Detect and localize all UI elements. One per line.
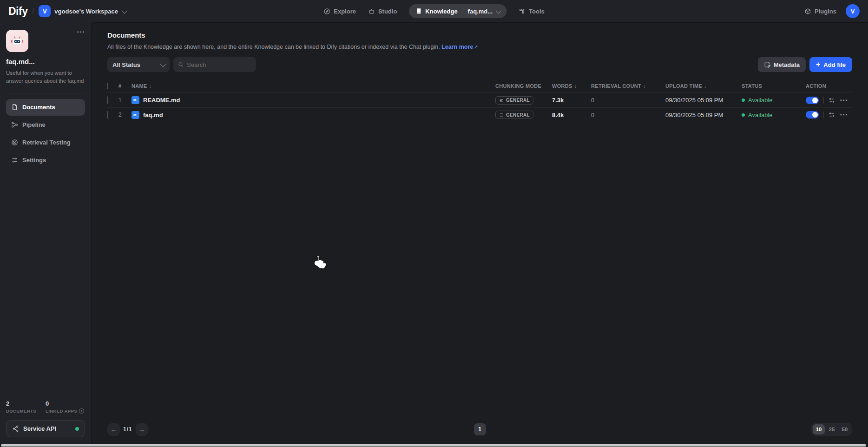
table-row: 1 M↓ README.md GENERAL 7.3k 0 09/30/2025… xyxy=(107,92,852,107)
page-size-10[interactable]: 10 xyxy=(813,424,825,434)
page-title: Documents xyxy=(107,31,852,39)
nav-plugins-label: Plugins xyxy=(815,8,836,15)
next-page-button[interactable]: → xyxy=(136,423,148,436)
status-dot-icon xyxy=(742,99,745,102)
column-retrieval-count[interactable]: RETRIEVAL COUNT xyxy=(591,83,665,89)
status-filter-dropdown[interactable]: All Status xyxy=(107,57,170,72)
sort-descending-icon xyxy=(572,83,577,89)
service-api-button[interactable]: Service API xyxy=(6,420,85,437)
words-count: 7.3k xyxy=(552,97,591,104)
markdown-file-icon: M↓ xyxy=(132,96,139,104)
markdown-file-icon: M↓ xyxy=(132,111,139,119)
workspace-selector[interactable]: V vgodsoe's Workspace xyxy=(39,5,126,17)
nav-tools[interactable]: Tools xyxy=(519,8,545,15)
page-size-50[interactable]: 50 xyxy=(839,424,851,434)
documents-table: # NAME CHUNKING MODE WORDS RETRIEVAL COU… xyxy=(107,79,852,122)
add-file-button[interactable]: + Add file xyxy=(809,57,852,72)
table-header-row: # NAME CHUNKING MODE WORDS RETRIEVAL COU… xyxy=(107,79,852,92)
search-input[interactable] xyxy=(187,61,251,68)
user-avatar[interactable]: V xyxy=(846,4,860,18)
filter-toolbar: All Status Metadata + Add file xyxy=(107,57,852,72)
sidebar-item-pipeline[interactable]: Pipeline xyxy=(6,117,85,133)
sidebar-item-label: Settings xyxy=(22,157,46,164)
plugins-icon xyxy=(804,8,811,15)
column-chunking-mode: CHUNKING MODE xyxy=(495,83,552,89)
metadata-button[interactable]: Metadata xyxy=(758,57,806,72)
table-row: 2 M↓ faq.md GENERAL 8.4k 0 09/30/2025 05… xyxy=(107,107,852,122)
row-checkbox[interactable] xyxy=(107,111,108,119)
nav-studio[interactable]: Studio xyxy=(368,8,397,15)
chunking-mode-badge: GENERAL xyxy=(495,111,533,119)
linked-apps-stat-label: LINKED APPS xyxy=(46,408,77,414)
column-status: STATUS xyxy=(742,83,806,89)
sliders-icon xyxy=(11,157,18,164)
enable-toggle[interactable] xyxy=(806,97,819,104)
more-actions-icon[interactable]: ⋯ xyxy=(840,99,848,102)
separator: / xyxy=(32,7,34,15)
status-filter-value: All Status xyxy=(112,61,140,68)
chevron-down-icon xyxy=(121,7,127,13)
pagination-bar: ← 1/1 → 1 10 25 50 xyxy=(107,422,852,436)
more-actions-icon[interactable]: ⋯ xyxy=(840,113,848,117)
prev-page-button[interactable]: ← xyxy=(107,423,120,436)
linked-apps-stat: 0 LINKED APPSi xyxy=(46,400,85,414)
scrollbar-thumb[interactable] xyxy=(1,444,866,447)
documents-count: 2 xyxy=(6,400,46,407)
target-icon xyxy=(11,139,18,146)
nav-knowledge-active[interactable]: Knowledge / faq.md... xyxy=(409,4,506,18)
kb-more-icon[interactable]: ⋯ xyxy=(77,30,85,34)
page-number-button[interactable]: 1 xyxy=(474,423,486,435)
kb-description: Useful for when you want to answer queri… xyxy=(6,69,85,85)
documents-panel: Documents All files of the Knowledge are… xyxy=(91,22,868,444)
document-name: faq.md xyxy=(143,112,163,118)
add-file-button-label: Add file xyxy=(823,61,846,68)
kb-title: faq.md... xyxy=(6,58,85,66)
row-checkbox[interactable] xyxy=(107,96,108,104)
nav-explore[interactable]: Explore xyxy=(323,8,356,15)
sidebar-spacer xyxy=(6,170,85,401)
external-link-icon: ↗ xyxy=(473,44,478,50)
kb-header: ⋯ xyxy=(6,30,85,52)
document-name-cell[interactable]: M↓ README.md xyxy=(132,96,495,104)
dify-logo: Dify xyxy=(8,5,27,18)
sidebar-item-documents[interactable]: Documents xyxy=(6,99,85,116)
chunk-icon xyxy=(499,112,504,117)
divider xyxy=(823,97,824,104)
sidebar-item-settings[interactable]: Settings xyxy=(6,152,85,169)
status-cell: Available xyxy=(742,112,806,118)
select-all-checkbox[interactable] xyxy=(107,83,108,89)
navbar-right: Plugins V xyxy=(804,4,860,18)
column-upload-time[interactable]: UPLOAD TIME xyxy=(665,83,742,89)
nav-studio-label: Studio xyxy=(378,8,397,15)
knowledge-icon xyxy=(415,8,422,14)
status-dot-icon xyxy=(75,427,79,431)
sort-descending-icon xyxy=(147,83,152,89)
api-icon xyxy=(12,425,19,432)
studio-icon xyxy=(368,8,375,15)
sidebar-item-retrieval-testing[interactable]: Retrieval Testing xyxy=(6,134,85,151)
retrieval-count: 0 xyxy=(591,112,665,118)
metadata-button-label: Metadata xyxy=(774,61,800,68)
status-dot-icon xyxy=(742,113,745,117)
kb-stats: 2 DOCUMENTS 0 LINKED APPSi xyxy=(6,400,85,414)
app-layout: ⋯ faq.md... Useful for when you want to … xyxy=(0,22,868,444)
page-size-25[interactable]: 25 xyxy=(826,424,838,434)
horizontal-scrollbar xyxy=(0,444,868,447)
chunk-settings-icon[interactable] xyxy=(829,112,835,118)
chunk-settings-icon[interactable] xyxy=(829,97,835,104)
divider xyxy=(823,112,824,118)
enable-toggle[interactable] xyxy=(806,111,819,118)
learn-more-link[interactable]: Learn more xyxy=(441,44,473,50)
page-description-text: All files of the Knowledge are shown her… xyxy=(107,44,440,50)
info-icon[interactable]: i xyxy=(79,408,84,414)
column-name[interactable]: NAME xyxy=(132,83,495,89)
column-words[interactable]: WORDS xyxy=(552,83,591,89)
document-name-cell[interactable]: M↓ faq.md xyxy=(132,111,495,119)
nav-plugins[interactable]: Plugins xyxy=(804,8,836,15)
chevron-down-icon[interactable] xyxy=(496,7,502,13)
sort-descending-icon xyxy=(641,83,646,89)
documents-stat-label: DOCUMENTS xyxy=(6,408,46,414)
knowledge-sidebar: ⋯ faq.md... Useful for when you want to … xyxy=(0,22,91,444)
document-name: README.md xyxy=(143,97,180,104)
retrieval-count: 0 xyxy=(591,97,665,104)
